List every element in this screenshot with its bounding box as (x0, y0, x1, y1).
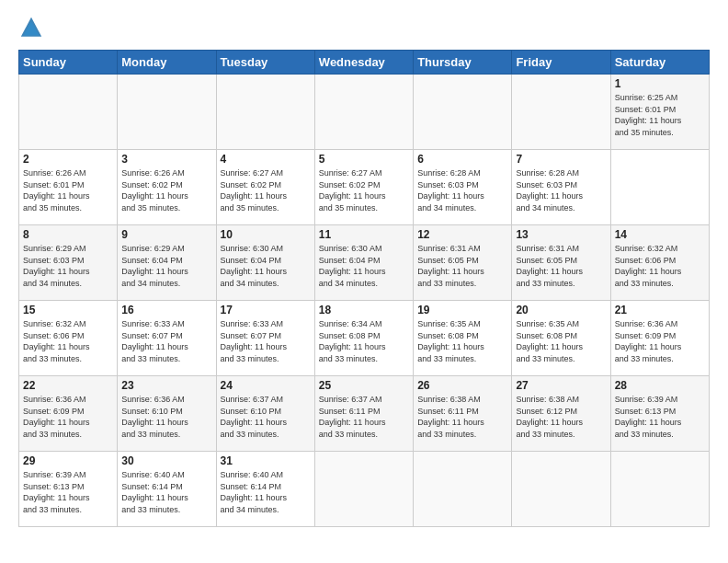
table-row (512, 75, 610, 150)
table-row: 21Sunrise: 6:36 AM Sunset: 6:09 PM Dayli… (610, 301, 709, 376)
table-row (512, 452, 610, 527)
calendar-header-row: Sunday Monday Tuesday Wednesday Thursday… (19, 51, 710, 75)
day-number: 23 (121, 379, 211, 392)
day-info: Sunrise: 6:30 AM Sunset: 6:04 PM Dayligh… (221, 243, 311, 289)
table-row: 2Sunrise: 6:26 AM Sunset: 6:01 PM Daylig… (19, 150, 118, 225)
table-row: 15Sunrise: 6:32 AM Sunset: 6:06 PM Dayli… (19, 301, 118, 376)
table-row: 22Sunrise: 6:36 AM Sunset: 6:09 PM Dayli… (19, 376, 118, 452)
table-row: 29Sunrise: 6:39 AM Sunset: 6:13 PM Dayli… (19, 452, 118, 527)
day-info: Sunrise: 6:34 AM Sunset: 6:08 PM Dayligh… (319, 318, 409, 364)
table-row: 19Sunrise: 6:35 AM Sunset: 6:08 PM Dayli… (414, 301, 512, 376)
day-number: 18 (319, 304, 409, 316)
day-info: Sunrise: 6:25 AM Sunset: 6:01 PM Dayligh… (615, 92, 705, 138)
table-row: 24Sunrise: 6:37 AM Sunset: 6:10 PM Dayli… (216, 376, 314, 452)
day-number: 25 (319, 379, 409, 392)
day-info: Sunrise: 6:30 AM Sunset: 6:04 PM Dayligh… (319, 243, 409, 289)
day-info: Sunrise: 6:40 AM Sunset: 6:14 PM Dayligh… (221, 469, 311, 515)
day-number: 14 (615, 228, 705, 241)
day-number: 20 (516, 304, 606, 316)
day-info: Sunrise: 6:31 AM Sunset: 6:05 PM Dayligh… (516, 243, 606, 289)
day-info: Sunrise: 6:32 AM Sunset: 6:06 PM Dayligh… (23, 318, 113, 364)
table-row: 11Sunrise: 6:30 AM Sunset: 6:04 PM Dayli… (314, 225, 413, 301)
day-info: Sunrise: 6:29 AM Sunset: 6:04 PM Dayligh… (121, 243, 211, 289)
table-row: 16Sunrise: 6:33 AM Sunset: 6:07 PM Dayli… (118, 301, 216, 376)
table-row (216, 75, 314, 150)
day-number: 16 (121, 304, 211, 316)
col-wednesday: Wednesday (314, 51, 413, 75)
table-row: 25Sunrise: 6:37 AM Sunset: 6:11 PM Dayli… (314, 376, 413, 452)
table-row (610, 452, 709, 527)
day-number: 12 (417, 228, 507, 241)
day-info: Sunrise: 6:39 AM Sunset: 6:13 PM Dayligh… (615, 394, 705, 440)
day-number: 9 (121, 228, 211, 241)
table-row (414, 452, 512, 527)
table-row: 17Sunrise: 6:33 AM Sunset: 6:07 PM Dayli… (216, 301, 314, 376)
table-row: 6Sunrise: 6:28 AM Sunset: 6:03 PM Daylig… (414, 150, 512, 225)
table-row (314, 452, 413, 527)
logo (18, 15, 48, 40)
day-number: 27 (516, 379, 606, 392)
day-info: Sunrise: 6:28 AM Sunset: 6:03 PM Dayligh… (417, 167, 507, 213)
calendar-week-row: 22Sunrise: 6:36 AM Sunset: 6:09 PM Dayli… (19, 376, 710, 452)
table-row: 20Sunrise: 6:35 AM Sunset: 6:08 PM Dayli… (512, 301, 610, 376)
calendar: Sunday Monday Tuesday Wednesday Thursday… (18, 50, 710, 527)
day-number: 17 (221, 304, 311, 316)
day-info: Sunrise: 6:26 AM Sunset: 6:01 PM Dayligh… (23, 167, 113, 213)
table-row: 28Sunrise: 6:39 AM Sunset: 6:13 PM Dayli… (610, 376, 709, 452)
day-number: 15 (23, 304, 113, 316)
table-row: 31Sunrise: 6:40 AM Sunset: 6:14 PM Dayli… (216, 452, 314, 527)
table-row: 13Sunrise: 6:31 AM Sunset: 6:05 PM Dayli… (512, 225, 610, 301)
table-row (314, 75, 413, 150)
day-number: 31 (221, 454, 311, 467)
col-tuesday: Tuesday (216, 51, 314, 75)
table-row: 5Sunrise: 6:27 AM Sunset: 6:02 PM Daylig… (314, 150, 413, 225)
day-info: Sunrise: 6:27 AM Sunset: 6:02 PM Dayligh… (221, 167, 311, 213)
table-row: 26Sunrise: 6:38 AM Sunset: 6:11 PM Dayli… (414, 376, 512, 452)
table-row: 10Sunrise: 6:30 AM Sunset: 6:04 PM Dayli… (216, 225, 314, 301)
day-number: 11 (319, 228, 409, 241)
day-number: 13 (516, 228, 606, 241)
table-row (118, 75, 216, 150)
table-row: 9Sunrise: 6:29 AM Sunset: 6:04 PM Daylig… (118, 225, 216, 301)
day-number: 5 (319, 153, 409, 166)
table-row (414, 75, 512, 150)
day-info: Sunrise: 6:27 AM Sunset: 6:02 PM Dayligh… (319, 167, 409, 213)
day-info: Sunrise: 6:36 AM Sunset: 6:09 PM Dayligh… (615, 318, 705, 364)
table-row: 18Sunrise: 6:34 AM Sunset: 6:08 PM Dayli… (314, 301, 413, 376)
day-info: Sunrise: 6:36 AM Sunset: 6:09 PM Dayligh… (23, 394, 113, 440)
logo-icon (18, 15, 44, 40)
day-info: Sunrise: 6:38 AM Sunset: 6:11 PM Dayligh… (417, 394, 507, 440)
table-row: 23Sunrise: 6:36 AM Sunset: 6:10 PM Dayli… (118, 376, 216, 452)
day-info: Sunrise: 6:40 AM Sunset: 6:14 PM Dayligh… (121, 469, 211, 515)
day-number: 6 (417, 153, 507, 166)
table-row: 30Sunrise: 6:40 AM Sunset: 6:14 PM Dayli… (118, 452, 216, 527)
day-info: Sunrise: 6:33 AM Sunset: 6:07 PM Dayligh… (121, 318, 211, 364)
table-row: 4Sunrise: 6:27 AM Sunset: 6:02 PM Daylig… (216, 150, 314, 225)
calendar-week-row: 8Sunrise: 6:29 AM Sunset: 6:03 PM Daylig… (19, 225, 710, 301)
col-thursday: Thursday (414, 51, 512, 75)
day-number: 21 (615, 304, 705, 316)
table-row (19, 75, 118, 150)
day-info: Sunrise: 6:37 AM Sunset: 6:11 PM Dayligh… (319, 394, 409, 440)
day-info: Sunrise: 6:38 AM Sunset: 6:12 PM Dayligh… (516, 394, 606, 440)
day-info: Sunrise: 6:35 AM Sunset: 6:08 PM Dayligh… (516, 318, 606, 364)
calendar-week-row: 15Sunrise: 6:32 AM Sunset: 6:06 PM Dayli… (19, 301, 710, 376)
table-row: 7Sunrise: 6:28 AM Sunset: 6:03 PM Daylig… (512, 150, 610, 225)
day-info: Sunrise: 6:26 AM Sunset: 6:02 PM Dayligh… (121, 167, 211, 213)
day-number: 2 (23, 153, 113, 166)
day-info: Sunrise: 6:31 AM Sunset: 6:05 PM Dayligh… (417, 243, 507, 289)
day-info: Sunrise: 6:36 AM Sunset: 6:10 PM Dayligh… (121, 394, 211, 440)
table-row: 27Sunrise: 6:38 AM Sunset: 6:12 PM Dayli… (512, 376, 610, 452)
day-number: 1 (615, 77, 705, 90)
table-row: 12Sunrise: 6:31 AM Sunset: 6:05 PM Dayli… (414, 225, 512, 301)
table-row: 8Sunrise: 6:29 AM Sunset: 6:03 PM Daylig… (19, 225, 118, 301)
day-number: 8 (23, 228, 113, 241)
col-monday: Monday (118, 51, 216, 75)
header (18, 15, 710, 40)
table-row: 14Sunrise: 6:32 AM Sunset: 6:06 PM Dayli… (610, 225, 709, 301)
day-number: 22 (23, 379, 113, 392)
day-info: Sunrise: 6:29 AM Sunset: 6:03 PM Dayligh… (23, 243, 113, 289)
day-info: Sunrise: 6:35 AM Sunset: 6:08 PM Dayligh… (417, 318, 507, 364)
page: Sunday Monday Tuesday Wednesday Thursday… (0, 0, 728, 536)
day-info: Sunrise: 6:32 AM Sunset: 6:06 PM Dayligh… (615, 243, 705, 289)
